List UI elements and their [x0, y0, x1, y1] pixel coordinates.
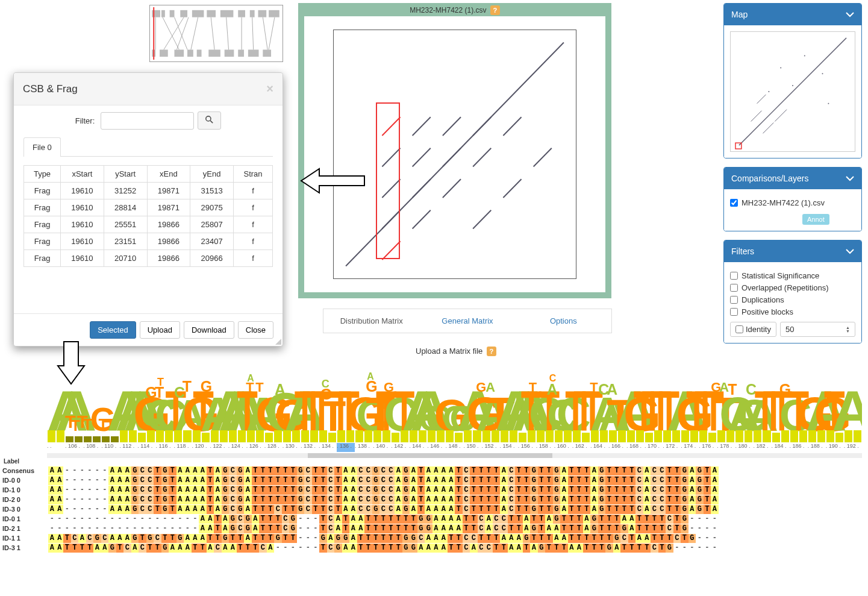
mini-synteny-overview[interactable]	[149, 5, 283, 62]
table-row[interactable]: Frag19610255511986625807f	[24, 216, 273, 233]
consensus-bar	[455, 433, 463, 442]
column-header[interactable]: Stran	[234, 166, 273, 183]
table-row[interactable]: Frag19610288141987129075f	[24, 199, 273, 216]
base-cell: A	[108, 466, 116, 475]
main-dotplot[interactable]	[304, 16, 605, 292]
tab-options[interactable]: Options	[516, 309, 611, 333]
base-cell: T	[545, 476, 553, 485]
selected-button[interactable]: Selected	[90, 321, 136, 339]
consensus-bar	[591, 430, 599, 442]
search-button[interactable]	[198, 111, 221, 130]
alignment-row[interactable]: ID-2 1--------------------AATAGCGATTTCG-…	[2, 524, 862, 533]
base-cell: C	[658, 466, 666, 475]
base-cell: T	[530, 534, 538, 543]
alignment-scrollbar[interactable]	[47, 453, 862, 458]
table-row[interactable]: Frag19610312521987131513f	[24, 183, 273, 199]
base-cell: -	[101, 495, 109, 504]
column-header[interactable]: xEnd	[147, 166, 190, 183]
base-cell: T	[478, 534, 486, 543]
base-cell: C	[146, 505, 154, 514]
tab-general-matrix[interactable]: General Matrix	[419, 309, 515, 333]
filter-input[interactable]	[101, 112, 194, 130]
spinner-icon[interactable]: ▲▼	[846, 326, 850, 333]
base-cell: -	[86, 466, 94, 475]
annot-button[interactable]: Annot	[802, 214, 829, 225]
base-cell: T	[379, 534, 387, 543]
comparisons-panel-header[interactable]: Comparisons/Layers	[724, 168, 861, 189]
column-header[interactable]: yEnd	[190, 166, 234, 183]
comparison-checkbox[interactable]	[730, 199, 738, 207]
base-cell: -	[116, 524, 124, 533]
filter-checkbox[interactable]	[730, 284, 738, 292]
ruler-tick: . 130 .	[283, 443, 301, 452]
column-header[interactable]: xStart	[61, 166, 104, 183]
alignment-row[interactable]: ID-2 0AA------AAAGCCTGTAAAATAGCGATTTTTTG…	[2, 495, 862, 504]
base-cell: C	[635, 476, 643, 485]
base-cell: T	[485, 476, 493, 485]
base-cell: G	[410, 544, 417, 553]
filter-checkbox[interactable]	[730, 308, 738, 316]
base-cell: -	[192, 524, 199, 533]
help-icon[interactable]: ?	[487, 347, 496, 356]
base-cell: T	[493, 534, 501, 543]
base-cell: T	[605, 466, 613, 475]
consensus-bar	[57, 430, 64, 442]
base-cell: T	[545, 486, 553, 495]
resize-handle-icon[interactable]	[274, 337, 281, 345]
mini-map[interactable]	[730, 31, 855, 152]
alignment-row[interactable]: ID-0 0AA------AAAGCCTGTAAAATAGCGATTTTTTG…	[2, 475, 862, 485]
base-cell: T	[267, 495, 275, 504]
base-cell: G	[131, 505, 139, 514]
base-cell: T	[605, 476, 613, 485]
identity-toggle[interactable]: Identity	[730, 322, 776, 337]
base-cell: T	[192, 544, 199, 553]
base-cell: A	[334, 524, 342, 533]
alignment-row[interactable]: ID-1 0AA------AAAGCCTGTAAAATAGCGATTTTTTG…	[2, 485, 862, 495]
alignment-row[interactable]: ConsenusAA------AAAGCCTGTAAAATAGCGATTTTT…	[2, 466, 862, 475]
svg-line-42	[413, 210, 431, 229]
alignment-row[interactable]: ID-0 1--------------------AATAGCGATTTCG-…	[2, 514, 862, 524]
table-row[interactable]: Frag19610207101986620966f	[24, 250, 273, 267]
alignment-row[interactable]: ID-3 1AATTTTAAGTCACTTGAAATTACAATTTCA----…	[2, 543, 862, 553]
download-button[interactable]: Download	[184, 321, 234, 339]
base-cell: T	[704, 476, 711, 485]
base-cell: T	[289, 534, 297, 543]
base-cell: A	[244, 495, 252, 504]
column-header[interactable]: Type	[24, 166, 61, 183]
base-cell: T	[666, 495, 673, 504]
map-panel-header[interactable]: Map	[724, 4, 861, 25]
base-cell: T	[666, 486, 673, 495]
tab-file-0[interactable]: File 0	[23, 137, 61, 157]
selection-box[interactable]	[376, 102, 400, 259]
base-cell: T	[274, 466, 282, 475]
column-header[interactable]: yStart	[104, 166, 147, 183]
base-cell: C	[327, 505, 335, 514]
base-cell: -	[304, 515, 312, 524]
table-row[interactable]: Frag19610231511986623407f	[24, 233, 273, 250]
base-cell: C	[666, 515, 673, 524]
filters-panel-header[interactable]: Filters	[724, 240, 861, 262]
consensus-bar	[283, 430, 291, 442]
svg-point-65	[828, 103, 829, 104]
csb-frag-dialog: CSB & Frag × Filter: File 0 TypexStartyS…	[13, 72, 283, 347]
close-icon[interactable]: ×	[266, 82, 273, 96]
tab-distribution-matrix[interactable]: Distribution Matrix	[323, 309, 419, 333]
alignment-row[interactable]: ID-3 0AA------AAAGCCTGTAAAATAGCGATTTCTTG…	[2, 504, 862, 514]
ruler-tick: . 108 .	[83, 443, 101, 452]
identity-value-input[interactable]: 50 ▲▼	[780, 322, 855, 337]
close-button[interactable]: Close	[238, 321, 273, 339]
ruler-tick: . 126 .	[246, 443, 264, 452]
identity-checkbox[interactable]	[735, 325, 743, 333]
base-cell: -	[304, 524, 312, 533]
svg-line-29	[263, 17, 267, 50]
filter-checkbox[interactable]	[730, 296, 738, 304]
upload-button[interactable]: Upload	[140, 321, 180, 339]
help-icon[interactable]: ?	[490, 5, 500, 15]
table-cell: Frag	[24, 250, 61, 267]
base-cell: A	[470, 544, 478, 553]
base-cell: T	[470, 505, 478, 514]
base-cell: -	[56, 515, 64, 524]
base-cell: C	[500, 515, 508, 524]
alignment-row[interactable]: ID-1 1AATCACGCAAAGTGCTTGAAATTGTTATTTGTT-…	[2, 533, 862, 543]
filter-checkbox[interactable]	[730, 272, 738, 280]
